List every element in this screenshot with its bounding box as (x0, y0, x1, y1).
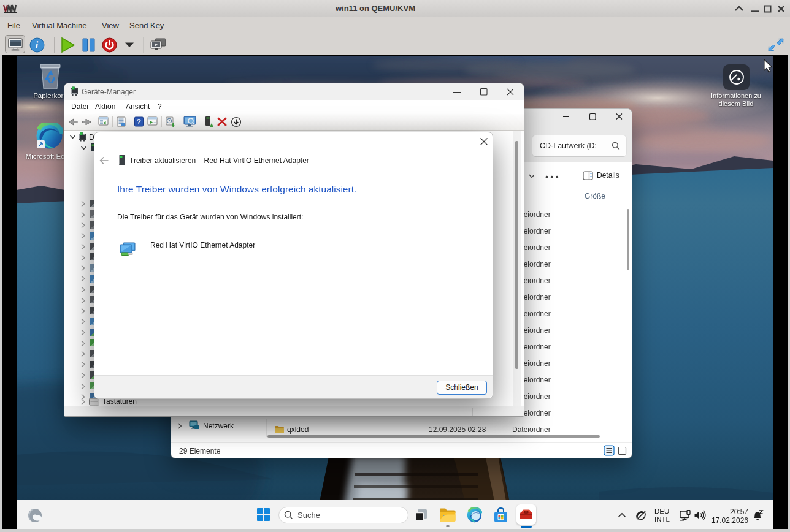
svg-text:?: ? (137, 118, 141, 126)
svg-text:i: i (36, 40, 39, 50)
